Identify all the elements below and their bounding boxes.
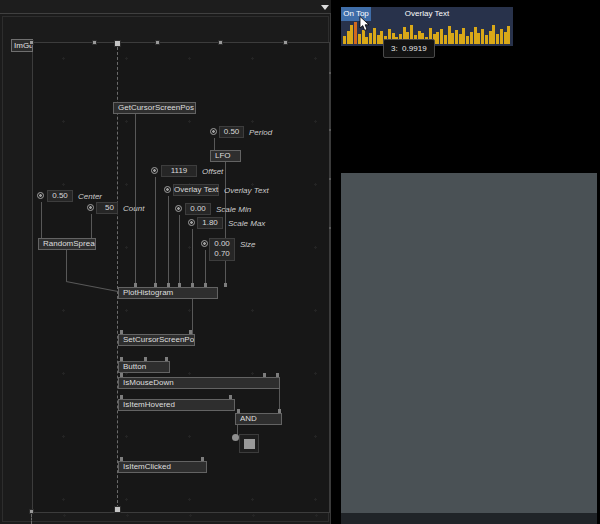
resize-handle[interactable] (283, 40, 288, 45)
splitter-grip-dot[interactable] (329, 178, 331, 180)
node-randomspread[interactable]: RandomSpread (38, 238, 96, 250)
histogram-bar[interactable] (343, 36, 346, 44)
resize-handle[interactable] (92, 40, 97, 45)
pin-tick[interactable] (224, 283, 227, 287)
count-label: Count (123, 204, 144, 213)
param-pin[interactable] (201, 240, 208, 247)
histogram-bar[interactable] (496, 34, 499, 44)
node-isitemclicked[interactable]: IsItemClicked (118, 461, 207, 473)
scale-min-label: Scale Min (216, 205, 251, 214)
node-setcursorscreenposition[interactable]: SetCursorScreenPosition (118, 334, 195, 346)
histogram-bar[interactable] (481, 29, 484, 44)
histogram-bar[interactable] (354, 22, 357, 44)
histogram-bar[interactable] (459, 34, 462, 44)
histogram-bar[interactable] (500, 29, 503, 44)
scale-max-label: Scale Max (228, 219, 265, 228)
splitter-grip-dot[interactable] (329, 227, 331, 229)
histogram-bar[interactable] (436, 32, 439, 44)
histogram-bar[interactable] (477, 33, 480, 44)
histogram-bar[interactable] (462, 28, 465, 44)
collapse-arrow-icon[interactable] (321, 5, 329, 10)
wire (192, 229, 193, 287)
node-label: GetCursorScreenPos (118, 103, 194, 112)
panel-bottom-strip (341, 513, 597, 524)
center-label: Center (78, 192, 102, 201)
param-pin[interactable] (164, 186, 171, 193)
offset-label: Offset (202, 167, 223, 176)
node-and[interactable]: AND (235, 413, 282, 425)
histogram-bar[interactable] (377, 35, 380, 44)
histogram-bar[interactable] (347, 31, 350, 44)
count-value[interactable]: 50 (96, 202, 118, 214)
histogram-frame[interactable]: Overlay Text On Top 3: 0.9919 (341, 7, 513, 46)
splitter-grip-dot[interactable] (329, 129, 331, 131)
resize-handle[interactable] (218, 40, 223, 45)
histogram-bar[interactable] (470, 32, 473, 44)
wire (205, 250, 206, 287)
wire (155, 177, 156, 287)
histogram-bar[interactable] (373, 28, 376, 44)
resize-handle[interactable] (155, 40, 160, 45)
scale-min-value[interactable]: 0.00 (185, 203, 211, 215)
node-button[interactable]: Button (118, 361, 170, 373)
histogram-bar[interactable] (455, 30, 458, 44)
checkbox-fill (244, 439, 255, 449)
output-pin-circle[interactable] (232, 434, 239, 441)
histogram-bar[interactable] (448, 26, 451, 44)
wire (192, 299, 193, 334)
histogram-bar[interactable] (474, 27, 477, 44)
bool-checkbox[interactable] (239, 434, 259, 453)
resize-handle[interactable] (114, 40, 121, 47)
size-value[interactable]: 0.000.70 (209, 238, 235, 261)
node-getcursorscreenpos[interactable]: GetCursorScreenPos (113, 102, 196, 114)
period-value[interactable]: 0.50 (219, 126, 244, 138)
resize-handle[interactable] (114, 506, 121, 513)
wire (214, 138, 215, 150)
node-label: SetCursorScreenPosition (123, 335, 195, 344)
node-label: Button (123, 362, 146, 371)
wire (41, 202, 42, 238)
node-ismousedown[interactable]: IsMouseDown (118, 377, 280, 389)
node-plothistogram[interactable]: PlotHistogram (118, 287, 218, 299)
wire (179, 215, 180, 287)
wire (91, 214, 92, 238)
wire (225, 162, 226, 287)
histogram-bar[interactable] (444, 35, 447, 44)
size-value-x: 0.00 (214, 239, 230, 248)
node-lfo[interactable]: LFO (210, 150, 241, 162)
param-pin[interactable] (37, 192, 44, 199)
histogram-bar[interactable] (507, 26, 510, 44)
param-pin[interactable] (210, 128, 217, 135)
histogram-bar[interactable] (492, 25, 495, 44)
offset-value[interactable]: 1119 (161, 165, 197, 177)
param-pin[interactable] (151, 167, 158, 174)
node-label: RandomSpread (43, 239, 96, 248)
histogram-bar[interactable] (485, 35, 488, 44)
param-pin[interactable] (188, 219, 195, 226)
histogram-bar[interactable] (440, 29, 443, 44)
node-isitemhovered[interactable]: IsItemHovered (118, 399, 235, 411)
resize-handle[interactable] (29, 40, 34, 45)
node-editor-pane: ImGui (0, 0, 331, 524)
center-value[interactable]: 0.50 (47, 190, 73, 202)
overlay-text-value[interactable]: Overlay Text (173, 184, 219, 196)
scale-max-value[interactable]: 1.80 (197, 217, 223, 229)
histogram-bar[interactable] (489, 31, 492, 44)
param-pin[interactable] (175, 205, 182, 212)
overlay-text-label: Overlay Text (224, 186, 269, 195)
splitter-grip-dot[interactable] (329, 72, 331, 74)
histogram-tooltip: 3: 0.9919 (383, 39, 435, 58)
histogram-bar[interactable] (350, 25, 353, 44)
editor-topbar (0, 0, 331, 14)
histogram-bar[interactable] (504, 32, 507, 44)
wire (135, 114, 136, 287)
preview-pane: Overlay Text On Top 3: 0.9919 (331, 0, 600, 524)
node-label: PlotHistogram (123, 288, 173, 297)
empty-window-panel (341, 173, 597, 513)
flow-dashed-line (117, 47, 118, 513)
param-pin[interactable] (87, 204, 94, 211)
histogram-bar[interactable] (451, 33, 454, 44)
histogram-bar[interactable] (466, 36, 469, 44)
histogram-bar[interactable] (365, 37, 368, 44)
resize-handle[interactable] (29, 509, 34, 514)
